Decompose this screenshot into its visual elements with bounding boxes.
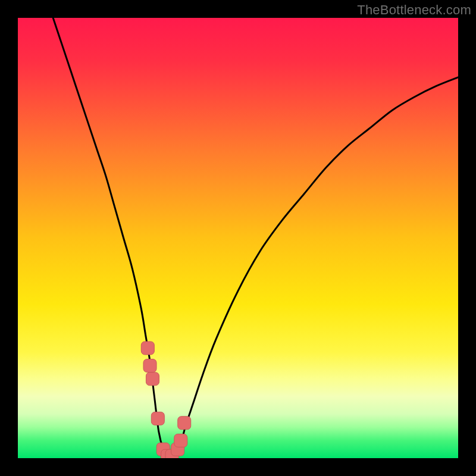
- marker-point: [151, 412, 164, 425]
- marker-point: [178, 416, 191, 430]
- chart-svg: [18, 18, 458, 458]
- watermark-text: TheBottleneck.com: [357, 2, 471, 18]
- marker-point: [143, 359, 156, 372]
- marker-point: [146, 372, 159, 386]
- marker-point: [141, 342, 154, 355]
- outer-frame: TheBottleneck.com: [0, 0, 476, 476]
- gradient-background: [18, 18, 458, 458]
- plot-area: [18, 18, 458, 458]
- marker-point: [174, 434, 187, 447]
